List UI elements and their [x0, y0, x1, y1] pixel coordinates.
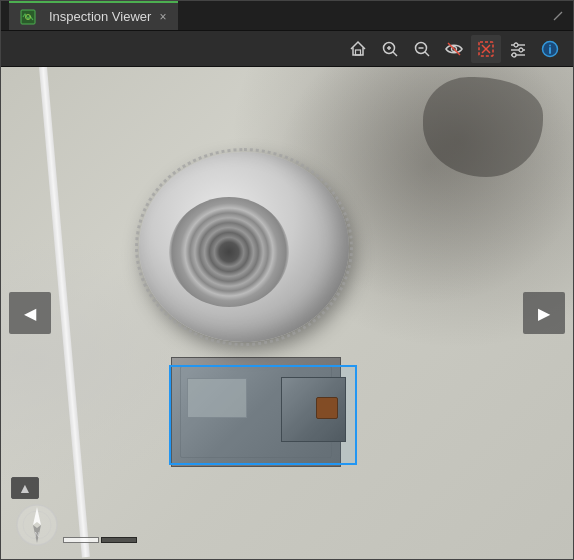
tab-title: Inspection Viewer [49, 9, 151, 24]
window-controls [551, 9, 565, 23]
svg-line-7 [393, 52, 397, 56]
info-button[interactable] [535, 35, 565, 63]
right-arrow-icon: ▶ [538, 304, 550, 323]
visibility-button[interactable] [439, 35, 469, 63]
previous-image-button[interactable]: ◀ [9, 292, 51, 334]
left-arrow-icon: ◀ [24, 304, 36, 323]
app-icon [19, 8, 37, 26]
viewport[interactable]: ◀ ▶ ▲ N [1, 67, 573, 559]
inspection-viewer-window: Inspection Viewer × [0, 0, 574, 560]
zoom-out-button[interactable] [407, 35, 437, 63]
tab-close-button[interactable]: × [157, 10, 168, 24]
svg-point-19 [519, 48, 523, 52]
minimize-button[interactable] [551, 9, 565, 23]
titlebar: Inspection Viewer × [1, 1, 573, 31]
next-image-button[interactable]: ▶ [523, 292, 565, 334]
compass: N [15, 503, 59, 547]
roof-discoloration [423, 77, 543, 177]
select-button[interactable] [471, 35, 501, 63]
active-tab[interactable]: Inspection Viewer × [9, 1, 178, 30]
zoom-in-button[interactable] [375, 35, 405, 63]
svg-point-24 [549, 44, 551, 46]
svg-point-17 [514, 43, 518, 47]
motor-component [316, 397, 338, 419]
zoom-controls: ▲ [11, 477, 39, 499]
svg-line-10 [425, 52, 429, 56]
svg-point-21 [512, 53, 516, 57]
toolbar [1, 31, 573, 67]
home-button[interactable] [343, 35, 373, 63]
svg-line-2 [554, 12, 562, 20]
adjust-button[interactable] [503, 35, 533, 63]
svg-text:N: N [34, 531, 39, 538]
hvac-vent-spiral [169, 197, 289, 307]
pan-up-button[interactable]: ▲ [11, 477, 39, 499]
scale-bar [63, 537, 137, 543]
photo-scene: ◀ ▶ ▲ N [1, 67, 573, 559]
